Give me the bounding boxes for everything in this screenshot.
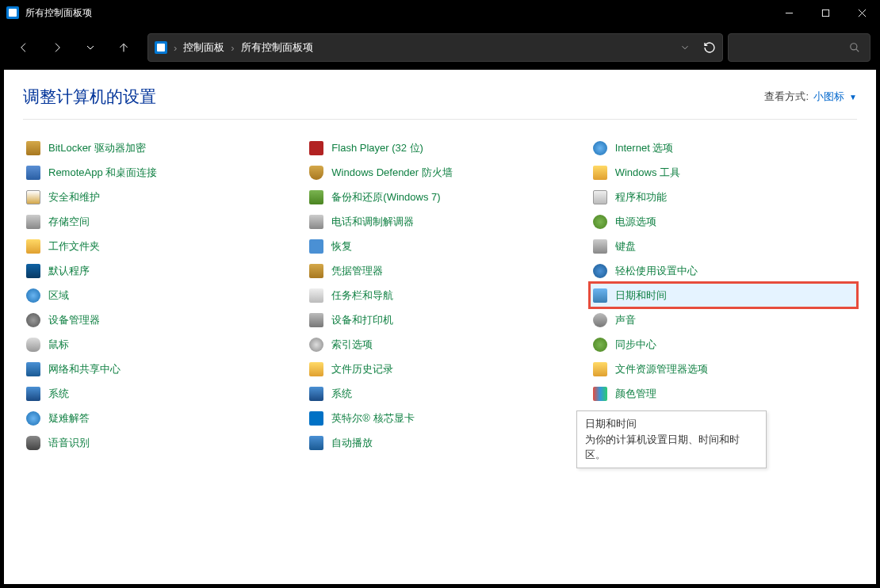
item-label: 文件资源管理器选项 <box>615 362 708 376</box>
search-box[interactable] <box>728 33 870 62</box>
item-label: 键盘 <box>615 239 636 254</box>
item-label: 电源选项 <box>615 215 656 229</box>
minimize-button[interactable] <box>771 0 807 25</box>
control-panel-item[interactable]: 系统 <box>306 381 573 406</box>
control-panel-item[interactable]: 轻松使用设置中心 <box>590 258 857 283</box>
svg-rect-0 <box>822 10 828 16</box>
control-panel-item[interactable]: 网络和共享中心 <box>23 357 290 381</box>
control-panel-item[interactable]: 鼠标 <box>23 332 290 357</box>
globe-icon <box>26 288 40 303</box>
control-panel-item[interactable]: 疑难解答 <box>23 406 290 430</box>
item-label: 声音 <box>615 313 636 327</box>
item-label: 系统 <box>331 387 352 401</box>
item-label: 网络和共享中心 <box>48 362 121 376</box>
explorer-icon <box>593 362 607 376</box>
titlebar: 所有控制面板项 <box>0 0 880 25</box>
view-mode-selector[interactable]: 查看方式: 小图标 ▼ <box>764 90 857 104</box>
control-panel-item[interactable]: 程序和功能 <box>590 185 857 209</box>
control-panel-item[interactable]: 凭据管理器 <box>306 258 573 283</box>
control-panel-item[interactable]: 同步中心 <box>590 332 857 357</box>
item-label: 自动播放 <box>331 436 373 450</box>
item-label: 恢复 <box>331 239 352 254</box>
sync-icon <box>593 338 607 352</box>
address-bar[interactable]: › 控制面板 › 所有控制面板项 <box>147 33 723 62</box>
item-label: 存储空间 <box>48 215 90 229</box>
printer-icon <box>309 313 323 327</box>
default-icon <box>26 264 40 278</box>
control-panel-item[interactable]: 系统 <box>23 381 290 406</box>
sound-icon <box>593 313 607 327</box>
kb-icon <box>593 239 607 254</box>
item-label: 语音识别 <box>48 436 90 450</box>
tools-icon <box>593 166 607 180</box>
help-icon <box>26 411 40 426</box>
maximize-button[interactable] <box>807 0 844 25</box>
control-panel-item[interactable]: 设备和打印机 <box>306 307 573 332</box>
control-panel-item[interactable]: 区域 <box>23 283 290 307</box>
cred-icon <box>309 264 323 278</box>
mic-icon <box>26 436 40 450</box>
chevron-down-icon[interactable] <box>679 42 691 53</box>
control-panel-item[interactable]: 颜色管理 <box>590 381 857 406</box>
nav-up-button[interactable] <box>109 33 138 62</box>
drive-icon <box>26 215 40 229</box>
control-panel-item[interactable]: 工作文件夹 <box>23 234 290 258</box>
titlebar-left: 所有控制面板项 <box>0 6 92 20</box>
control-panel-item[interactable]: 语音识别 <box>23 430 290 455</box>
item-label: 程序和功能 <box>615 190 667 204</box>
ie-icon <box>593 141 607 155</box>
control-panel-item[interactable]: 默认程序 <box>23 258 290 283</box>
address-icon <box>155 41 167 54</box>
control-panel-item[interactable]: 英特尔® 核芯显卡 <box>306 406 573 430</box>
control-panel-item[interactable]: 键盘 <box>590 234 857 258</box>
control-panel-item[interactable]: Flash Player (32 位) <box>306 136 573 160</box>
control-panel-item[interactable]: 电源选项 <box>590 209 857 234</box>
view-mode-value: 小图标 <box>813 90 844 104</box>
chevron-down-icon: ▼ <box>849 93 857 101</box>
control-panel-item[interactable]: 索引选项 <box>306 332 573 357</box>
window-controls <box>771 0 880 25</box>
item-label: 设备管理器 <box>48 313 100 327</box>
refresh-icon[interactable] <box>703 41 716 54</box>
control-panel-item[interactable]: 存储空间 <box>23 209 290 234</box>
control-panel-item[interactable]: BitLocker 驱动器加密 <box>23 136 290 160</box>
item-label: 文件历史记录 <box>331 362 393 376</box>
control-panel-item[interactable]: 声音 <box>590 307 857 332</box>
item-label: 安全和维护 <box>48 190 100 204</box>
control-panel-item[interactable]: 日期和时间 <box>590 283 857 307</box>
control-panel-item[interactable]: Internet 选项 <box>590 136 857 160</box>
nav-forward-button[interactable] <box>43 33 71 62</box>
item-label: Flash Player (32 位) <box>331 141 423 155</box>
item-label: Windows Defender 防火墙 <box>331 166 452 180</box>
control-panel-item[interactable]: RemoteApp 和桌面连接 <box>23 160 290 185</box>
item-label: 系统 <box>48 387 69 401</box>
tooltip: 日期和时间 为你的计算机设置日期、时间和时区。 <box>576 410 767 468</box>
item-label: 工作文件夹 <box>48 239 100 254</box>
svg-point-1 <box>851 44 857 50</box>
flag-icon <box>26 190 40 204</box>
control-panel-item[interactable]: 电话和调制解调器 <box>306 209 573 234</box>
control-panel-item[interactable]: Windows 工具 <box>590 160 857 185</box>
nav-back-button[interactable] <box>10 33 38 62</box>
item-label: 区域 <box>48 288 69 303</box>
view-mode-label: 查看方式: <box>764 90 809 104</box>
breadcrumb-item[interactable]: 控制面板 <box>183 40 224 55</box>
control-panel-item[interactable]: 设备管理器 <box>23 307 290 332</box>
control-panel-item[interactable]: 文件资源管理器选项 <box>590 357 857 381</box>
breadcrumb-item[interactable]: 所有控制面板项 <box>241 40 313 55</box>
item-label: 日期和时间 <box>615 288 667 303</box>
control-panel-item[interactable]: Windows Defender 防火墙 <box>306 160 573 185</box>
item-label: RemoteApp 和桌面连接 <box>48 166 157 180</box>
history-icon <box>309 362 323 376</box>
address-right <box>679 41 716 54</box>
control-panel-item[interactable]: 文件历史记录 <box>306 357 573 381</box>
control-panel-item[interactable]: 备份和还原(Windows 7) <box>306 185 573 209</box>
control-panel-item[interactable]: 任务栏和导航 <box>306 283 573 307</box>
control-panel-item[interactable]: 自动播放 <box>306 430 573 455</box>
breadcrumb-sep: › <box>231 42 234 54</box>
nav-recent-button[interactable] <box>76 33 105 62</box>
recover-icon <box>309 239 323 254</box>
control-panel-item[interactable]: 恢复 <box>306 234 573 258</box>
control-panel-item[interactable]: 安全和维护 <box>23 185 290 209</box>
close-button[interactable] <box>844 0 880 25</box>
